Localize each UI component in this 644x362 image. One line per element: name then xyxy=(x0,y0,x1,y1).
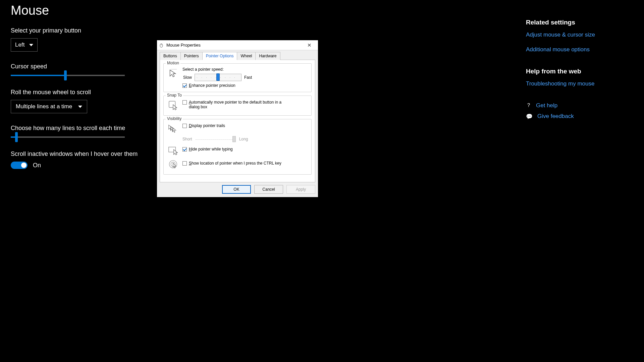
roll-wheel-value: Multiple lines at a time xyxy=(16,103,72,110)
snap-to-checkbox[interactable] xyxy=(182,100,187,105)
close-icon: ✕ xyxy=(307,42,312,48)
give-feedback-link[interactable]: 💬 Give feedback xyxy=(526,113,633,120)
trails-short-label: Short xyxy=(182,137,192,141)
mouse-properties-dialog: Mouse Properties ✕ Buttons Pointers Poin… xyxy=(157,40,318,197)
feedback-icon: 💬 xyxy=(526,113,533,120)
side-panel: Related settings Adjust mouse & cursor s… xyxy=(526,19,633,124)
select-pointer-speed-label: Select a pointer speed: xyxy=(182,67,308,72)
cancel-button[interactable]: Cancel xyxy=(254,185,283,194)
apply-button: Apply xyxy=(286,185,315,194)
snap-to-icon xyxy=(167,99,179,111)
dialog-titlebar: Mouse Properties ✕ xyxy=(157,40,318,50)
lines-each-time-heading: Choose how many lines to scroll each tim… xyxy=(11,125,633,132)
hide-typing-icon xyxy=(167,144,179,156)
tab-wheel[interactable]: Wheel xyxy=(237,52,256,60)
visibility-legend: Visibility xyxy=(166,116,183,121)
pointer-trails-icon xyxy=(167,123,179,135)
dialog-button-row: OK Cancel Apply xyxy=(157,185,318,197)
slider-thumb-icon[interactable] xyxy=(64,70,67,80)
slider-thumb-icon[interactable] xyxy=(15,132,18,142)
primary-button-value: Left xyxy=(15,42,24,48)
mouse-icon xyxy=(159,43,164,48)
ok-button[interactable]: OK xyxy=(222,185,251,194)
slider-thumb-icon xyxy=(232,136,236,142)
slider-thumb-icon[interactable] xyxy=(216,73,220,81)
hide-while-typing-label: Hide pointer while typing xyxy=(189,147,233,152)
chevron-down-icon xyxy=(78,106,82,108)
snap-to-label: Automatically move pointer to the defaul… xyxy=(189,100,293,109)
help-from-web-heading: Help from the web xyxy=(526,68,633,75)
primary-button-combo[interactable]: Left xyxy=(11,38,38,52)
close-button[interactable]: ✕ xyxy=(303,41,316,50)
tab-buttons[interactable]: Buttons xyxy=(160,52,181,60)
show-location-ctrl-checkbox[interactable] xyxy=(182,161,187,166)
inactive-hover-toggle[interactable] xyxy=(11,162,28,169)
page-title: Mouse xyxy=(11,3,633,18)
link-troubleshoot-mouse[interactable]: Troubleshooting my mouse xyxy=(526,80,633,87)
inactive-hover-heading: Scroll inactive windows when I hover ove… xyxy=(11,150,633,158)
inactive-hover-state: On xyxy=(33,162,41,169)
hide-while-typing-checkbox[interactable] xyxy=(182,147,187,152)
show-location-ctrl-label: Show location of pointer when I press th… xyxy=(189,161,281,166)
dialog-title: Mouse Properties xyxy=(166,43,303,48)
pointer-speed-icon xyxy=(167,67,179,79)
get-help-link[interactable]: ？ Get help xyxy=(526,102,633,109)
enhance-precision-label: Enhance pointer precision xyxy=(189,83,235,88)
display-trails-checkbox[interactable] xyxy=(182,124,187,128)
tab-hardware[interactable]: Hardware xyxy=(255,52,280,60)
snap-to-legend: Snap To xyxy=(166,93,183,98)
group-snap-to: Snap To Automatically move pointer to th… xyxy=(163,96,312,116)
tabstrip: Buttons Pointers Pointer Options Wheel H… xyxy=(157,50,318,60)
related-settings-heading: Related settings xyxy=(526,19,633,26)
group-motion: Motion Select a pointer speed: Slow Fast xyxy=(163,63,312,92)
enhance-precision-checkbox[interactable] xyxy=(182,83,187,88)
question-icon: ？ xyxy=(526,102,531,109)
link-additional-mouse-options[interactable]: Additional mouse options xyxy=(526,46,633,53)
group-visibility: Visibility Display pointer trails Short xyxy=(163,119,312,175)
dialog-body: Motion Select a pointer speed: Slow Fast xyxy=(160,60,315,182)
trails-long-label: Long xyxy=(239,137,248,141)
speed-fast-label: Fast xyxy=(244,75,252,80)
give-feedback-text: Give feedback xyxy=(537,113,574,120)
cursor-speed-slider[interactable] xyxy=(11,75,125,76)
chevron-down-icon xyxy=(29,44,33,46)
roll-wheel-combo[interactable]: Multiple lines at a time xyxy=(11,100,87,113)
speed-slow-label: Slow xyxy=(183,75,192,80)
motion-legend: Motion xyxy=(166,61,180,65)
tab-pointer-options[interactable]: Pointer Options xyxy=(202,52,237,60)
get-help-text: Get help xyxy=(536,102,557,109)
link-adjust-mouse-size[interactable]: Adjust mouse & cursor size xyxy=(526,32,633,38)
pointer-speed-slider[interactable] xyxy=(195,74,241,81)
tab-pointers[interactable]: Pointers xyxy=(180,52,203,60)
show-location-icon xyxy=(167,158,179,170)
trails-length-slider xyxy=(196,136,236,142)
display-trails-label: Display pointer trails xyxy=(189,123,225,128)
lines-each-time-slider[interactable] xyxy=(11,136,125,138)
